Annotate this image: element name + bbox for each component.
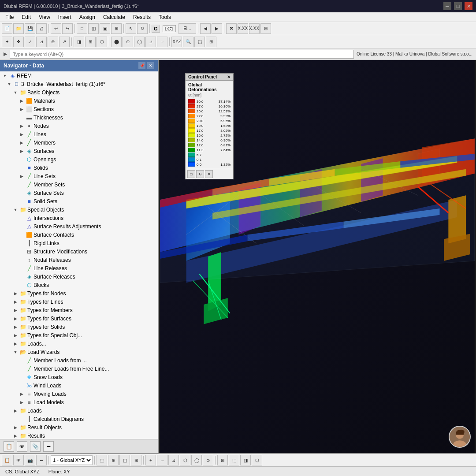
- bt-n6[interactable]: ⊙: [203, 455, 213, 465]
- nav-project-btn[interactable]: 📎: [30, 441, 41, 452]
- control-panel-header[interactable]: Control Panel ✕: [186, 74, 233, 81]
- bt-data[interactable]: 📋: [2, 455, 12, 465]
- types-special-toggle[interactable]: ▶: [12, 332, 19, 338]
- loads-toggle[interactable]: ▶: [12, 408, 19, 414]
- lc-label[interactable]: LC1: [163, 25, 176, 32]
- tree-member-loads-free[interactable]: ▶ ╱ Member Loads from Free Line...: [0, 364, 158, 373]
- nav-data-btn[interactable]: 📋: [4, 441, 14, 452]
- tb-arrow-next[interactable]: ▶: [212, 23, 222, 34]
- tree-solids[interactable]: ▶ ■ Solids: [0, 164, 158, 172]
- menu-calculate[interactable]: Calculate: [100, 13, 129, 21]
- tb-num1[interactable]: X.XX: [238, 23, 248, 34]
- search-input[interactable]: [10, 50, 354, 59]
- tb2-frame[interactable]: ⬚: [194, 37, 205, 47]
- print-btn[interactable]: 🖨: [36, 23, 47, 34]
- types-solids-toggle[interactable]: ▶: [12, 324, 19, 330]
- tb2-l1[interactable]: ⬤: [111, 37, 122, 47]
- nav-view-btn[interactable]: 👁: [17, 441, 27, 452]
- result-objects-toggle[interactable]: ▶: [12, 424, 19, 431]
- tree-surf-results-adj[interactable]: ▶ △ Surface Results Adjustments: [0, 222, 158, 231]
- tb2-surf[interactable]: ◨: [74, 37, 84, 47]
- file-toggle[interactable]: ▼: [6, 81, 12, 87]
- rfem-toggle[interactable]: ▼: [2, 73, 8, 79]
- types-members-toggle[interactable]: ▶: [12, 307, 19, 313]
- tree-line-releases[interactable]: ▶ ╱ Line Releases: [0, 264, 158, 272]
- tb-filter[interactable]: ⊟: [260, 23, 271, 34]
- tree-line-sets[interactable]: ▶ ╱ Line Sets: [0, 172, 158, 180]
- tb2-grid[interactable]: ⊞: [206, 37, 216, 47]
- bt-camera[interactable]: 📷: [25, 455, 35, 465]
- tree-load-wizards[interactable]: ▼ 📂 Load Wizards: [0, 348, 158, 356]
- bt-n4[interactable]: ⬡: [180, 455, 190, 465]
- new-btn[interactable]: 📄: [2, 23, 12, 34]
- cp-tb-b3[interactable]: ✕: [205, 170, 213, 178]
- tree-loads[interactable]: ▶ 📁 Loads: [0, 406, 158, 415]
- save-btn[interactable]: 💾: [25, 23, 35, 34]
- bt-n2[interactable]: →: [157, 455, 167, 465]
- bt-b4[interactable]: ⊞: [131, 455, 141, 465]
- tree-special-objects[interactable]: ▼ 📁 Special Objects: [0, 205, 158, 214]
- tree-thicknesses[interactable]: ▶ ▬ Thicknesses: [0, 113, 158, 122]
- tree-loads-group[interactable]: ▶ 📁 Loads...: [0, 339, 158, 348]
- tree-struct-mod[interactable]: ▶ ⊞ Structure Modifications: [0, 247, 158, 256]
- tree-rfem[interactable]: ▼ ◈ RFEM: [0, 71, 158, 80]
- tb-num2[interactable]: X.XX: [249, 23, 260, 34]
- minimize-button[interactable]: ─: [443, 2, 451, 10]
- view-btn2[interactable]: ◫: [88, 23, 99, 34]
- tb-arrow-prev[interactable]: ◀: [200, 23, 211, 34]
- tree-types-solids[interactable]: ▶ 📁 Types for Solids: [0, 323, 158, 331]
- bt-z4[interactable]: ⬡: [252, 455, 262, 465]
- open-btn[interactable]: 📁: [13, 23, 24, 34]
- tree-types-special[interactable]: ▶ 📁 Types for Special Obj...: [0, 331, 158, 339]
- special-objects-toggle[interactable]: ▼: [12, 207, 19, 213]
- nav-pin2-btn[interactable]: ━: [43, 441, 54, 452]
- menu-tools[interactable]: Tools: [155, 13, 175, 21]
- line-sets-toggle[interactable]: ▶: [19, 173, 25, 179]
- tree-member-sets[interactable]: ▶ ╱ Member Sets: [0, 180, 158, 189]
- tree-results[interactable]: ▶ 📁 Results: [0, 431, 158, 439]
- tree-snow-loads[interactable]: ▶ ❄ Snow Loads: [0, 373, 158, 381]
- types-surfaces-toggle[interactable]: ▶: [12, 316, 19, 322]
- tree-nodes[interactable]: ▶ • Nodes: [0, 122, 158, 130]
- bt-z3[interactable]: ◨: [240, 455, 251, 465]
- tb2-l2[interactable]: ⊙: [123, 37, 133, 47]
- tree-blocks[interactable]: ▶ ⬡ Blocks: [0, 281, 158, 289]
- tb2-l4[interactable]: ⊿: [145, 37, 156, 47]
- cp-tb-b2[interactable]: ↻: [196, 170, 204, 178]
- view-btn4[interactable]: ⊞: [111, 23, 122, 34]
- tree-solid-sets[interactable]: ▶ ■ Solid Sets: [0, 197, 158, 205]
- menu-view[interactable]: View: [35, 13, 54, 21]
- bt-n3[interactable]: ⊿: [168, 455, 179, 465]
- tree-sections[interactable]: ▶ ⬜ Sections: [0, 105, 158, 113]
- tb2-wire[interactable]: ⬡: [97, 37, 107, 47]
- menu-edit[interactable]: Edit: [18, 13, 34, 21]
- bt-n1[interactable]: +: [145, 455, 156, 465]
- members-toggle[interactable]: ▶: [19, 140, 25, 146]
- loads-group-toggle[interactable]: ▶: [12, 341, 19, 347]
- tree-load-models[interactable]: ▶ ≡ Load Models: [0, 398, 158, 406]
- tree-types-nodes[interactable]: ▶ 📁 Types for Nodes: [0, 289, 158, 298]
- tree-nodal-releases[interactable]: ▶ ↕ Nodal Releases: [0, 256, 158, 264]
- load-wizards-toggle[interactable]: ▼: [12, 349, 19, 355]
- tree-intersections[interactable]: ▶ △ Intersections: [0, 214, 158, 222]
- tree-surface-releases[interactable]: ▶ ◈ Surface Releases: [0, 272, 158, 281]
- sections-toggle[interactable]: ▶: [19, 106, 25, 112]
- tb2-b1[interactable]: ✦: [2, 37, 12, 47]
- tb2-arrow[interactable]: →: [157, 37, 167, 47]
- viewport[interactable]: Control Panel ✕ Global Deformations ut […: [159, 60, 476, 453]
- menu-file[interactable]: File: [2, 13, 17, 21]
- menu-results[interactable]: Results: [130, 13, 154, 21]
- tb2-b4[interactable]: ⊿: [36, 37, 47, 47]
- types-nodes-toggle[interactable]: ▶: [12, 290, 19, 297]
- redo-btn[interactable]: ↪: [62, 23, 73, 34]
- tb2-b6[interactable]: ↗: [59, 37, 70, 47]
- load-models-toggle[interactable]: ▶: [19, 399, 25, 405]
- maximize-button[interactable]: □: [454, 2, 462, 10]
- select-btn[interactable]: ↖: [126, 23, 136, 34]
- tb2-b5[interactable]: ⊕: [48, 37, 58, 47]
- tree-moving-loads[interactable]: ▶ ≡ Moving Loads: [0, 390, 158, 398]
- tree-calc-diagrams[interactable]: ▶ ┃ Calculation Diagrams: [0, 415, 158, 423]
- tree-container[interactable]: ▼ ◈ RFEM ▼ 🗋 3_Brücke_Wanderlast_fertig …: [0, 71, 158, 439]
- moving-loads-toggle[interactable]: ▶: [19, 391, 25, 397]
- basic-objects-toggle[interactable]: ▼: [12, 89, 19, 96]
